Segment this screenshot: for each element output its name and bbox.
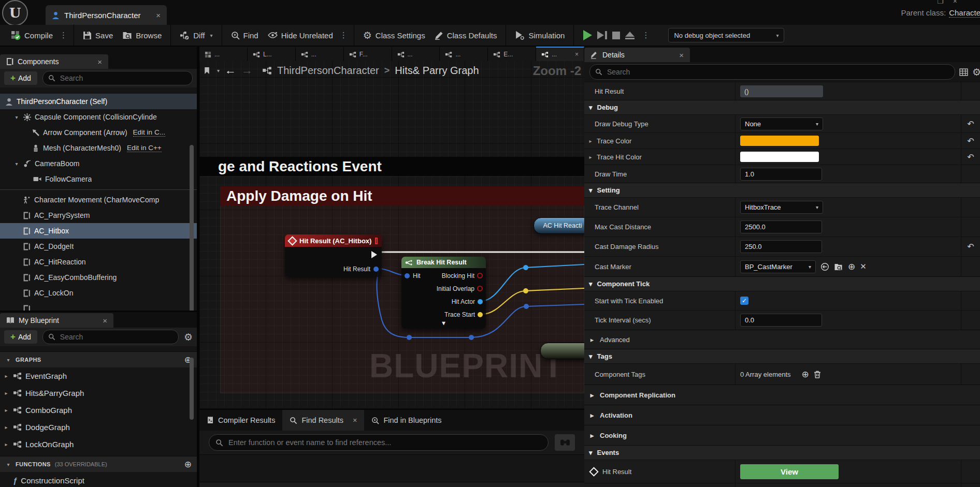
details-search-input[interactable] bbox=[606, 67, 949, 77]
class-defaults-button[interactable]: Class Defaults bbox=[430, 25, 502, 46]
compile-button[interactable]: Compile bbox=[6, 25, 57, 46]
eject-button[interactable] bbox=[625, 32, 635, 39]
delegate-pin[interactable] bbox=[375, 238, 378, 244]
tree-row-self[interactable]: ThirdPersonCharacter (Self) bbox=[0, 94, 197, 109]
add-component-button[interactable]: + Add bbox=[4, 71, 37, 85]
tab-details[interactable]: Details × bbox=[584, 48, 690, 62]
clear-icon[interactable]: ✕ bbox=[860, 262, 867, 271]
simulation-button[interactable]: Simulation bbox=[510, 25, 569, 46]
expander-icon[interactable]: ▸ bbox=[3, 407, 9, 413]
tab-find-in-blueprints[interactable]: Find in Blueprints bbox=[364, 410, 449, 431]
reset-icon[interactable]: ↶ bbox=[967, 119, 974, 129]
tree-row-charmovement[interactable]: Character Movement (CharMoveComp bbox=[0, 192, 197, 208]
expander-icon[interactable]: ▸ bbox=[3, 390, 9, 396]
settings-gear-icon[interactable]: ⚙ bbox=[184, 331, 193, 343]
max-cast-distance-field[interactable]: 2500.0 bbox=[740, 220, 822, 233]
graph-tab-5[interactable]: ... bbox=[440, 47, 488, 61]
add-tag-icon[interactable]: ⊕ bbox=[802, 369, 809, 380]
table-grid-icon[interactable] bbox=[959, 68, 968, 76]
expander-icon[interactable]: ▾ bbox=[13, 161, 20, 167]
expander-icon[interactable]: ▸ bbox=[3, 424, 9, 430]
compile-options-icon[interactable]: ⋮ bbox=[57, 31, 69, 40]
section-debug[interactable]: ▾ Debug bbox=[584, 100, 980, 114]
close-icon[interactable]: × bbox=[679, 51, 684, 60]
reset-icon[interactable]: ↶ bbox=[967, 152, 974, 162]
collapse-icon[interactable]: ▾ bbox=[5, 357, 11, 363]
parent-class-link[interactable]: Character bbox=[949, 8, 980, 18]
node-green-pill[interactable] bbox=[540, 343, 584, 359]
node-break-hit-result[interactable]: Break Hit Result Hit Blocking Hit Initia… bbox=[401, 257, 486, 329]
frame-skip-button[interactable] bbox=[597, 31, 607, 39]
trace-channel-dropdown[interactable]: HitboxTrace▾ bbox=[740, 201, 823, 214]
draw-debug-type-dropdown[interactable]: None▾ bbox=[740, 117, 823, 130]
graph-item-hitsparrygraph[interactable]: ▸ Hits&ParryGraph bbox=[0, 385, 197, 402]
my-blueprint-scrollbar[interactable] bbox=[190, 358, 194, 420]
add-function-icon[interactable]: ⊕ bbox=[184, 459, 192, 470]
node-ac-hit-reaction[interactable]: AC Hit Reacti bbox=[534, 217, 584, 234]
tab-components[interactable]: Components × bbox=[0, 54, 108, 69]
section-component-tick[interactable]: ▾ Component Tick bbox=[584, 276, 980, 291]
close-icon[interactable]: × bbox=[575, 51, 579, 58]
tree-row-followcamera[interactable]: FollowCamera bbox=[0, 171, 197, 187]
browse-button[interactable]: Browse bbox=[118, 25, 166, 46]
browse-asset-icon[interactable] bbox=[834, 263, 843, 271]
find-button[interactable]: Find bbox=[226, 25, 263, 46]
graph-tab-viewport[interactable]: ... bbox=[199, 47, 248, 61]
graph-tab-6[interactable]: E... bbox=[488, 47, 536, 61]
expander-icon[interactable]: ▸ bbox=[587, 154, 594, 160]
trace-start-output-pin[interactable] bbox=[478, 312, 483, 317]
stop-button[interactable] bbox=[612, 32, 620, 39]
section-cooking[interactable]: ▸ Cooking bbox=[584, 425, 980, 445]
components-search[interactable] bbox=[42, 71, 193, 85]
components-scrollbar[interactable] bbox=[190, 145, 194, 311]
graph-tab-active[interactable]: ... × bbox=[536, 47, 584, 61]
trash-icon[interactable] bbox=[814, 370, 821, 378]
add-element-icon[interactable]: ⊕ bbox=[848, 261, 855, 272]
find-references-search[interactable] bbox=[209, 434, 549, 451]
section-setting[interactable]: ▾ Setting bbox=[584, 183, 980, 197]
tree-row-mesh[interactable]: Mesh (CharacterMesh0) Edit in C++ bbox=[0, 140, 197, 156]
expand-pins-icon[interactable]: ▾ bbox=[401, 319, 486, 327]
hide-unrelated-options-icon[interactable]: ⋮ bbox=[338, 31, 350, 40]
class-settings-button[interactable]: ⚙ Class Settings bbox=[358, 25, 430, 46]
tick-interval-field[interactable]: 0.0 bbox=[740, 314, 822, 327]
view-event-button[interactable]: View bbox=[740, 464, 839, 479]
hide-unrelated-button[interactable]: Hide Unrelated bbox=[263, 25, 338, 46]
debug-object-dropdown[interactable]: No debug object selected ▾ bbox=[668, 28, 784, 42]
hit-result-output-pin[interactable] bbox=[373, 267, 379, 272]
tree-row-partial[interactable] bbox=[0, 301, 197, 311]
hit-result-value-field[interactable]: () bbox=[740, 85, 823, 97]
tree-row-arrow[interactable]: Arrow Component (Arrow) Edit in C... bbox=[0, 125, 197, 140]
functions-section-header[interactable]: ▾ FUNCTIONS (33 OVERRIDABLE) ⊕ bbox=[0, 456, 197, 472]
graph-tab-3[interactable]: F... bbox=[344, 47, 392, 61]
my-blueprint-search[interactable] bbox=[42, 330, 179, 344]
close-icon[interactable]: × bbox=[103, 316, 107, 325]
unreal-logo-icon[interactable]: U bbox=[2, 0, 28, 26]
graphs-section-header[interactable]: ▾ GRAPHS ⊕ bbox=[0, 351, 197, 367]
reset-icon[interactable]: ↶ bbox=[967, 242, 974, 252]
section-component-replication[interactable]: ▸ Component Replication bbox=[584, 385, 980, 405]
graph-tab-2[interactable]: ... bbox=[296, 47, 344, 61]
blueprint-canvas[interactable]: ge and Reactions Event Apply Damage on H… bbox=[199, 61, 584, 409]
tree-row-ac-easycombobuffering[interactable]: AC_EasyComboBuffering bbox=[0, 270, 197, 285]
tree-row-ac-parrysystem[interactable]: AC_ParrySystem bbox=[0, 208, 197, 223]
edit-in-cpp-link[interactable]: Edit in C++ bbox=[127, 144, 162, 152]
graph-item-dodgegraph[interactable]: ▸ DodgeGraph bbox=[0, 419, 197, 436]
close-icon[interactable]: × bbox=[97, 57, 102, 66]
tab-my-blueprint[interactable]: My Blueprint × bbox=[0, 313, 113, 328]
breadcrumb-current[interactable]: Hits& Parry Graph bbox=[395, 65, 479, 77]
blocking-hit-output-pin[interactable] bbox=[477, 273, 483, 278]
breadcrumb-root[interactable]: ThirdPersonCharacter bbox=[277, 65, 379, 77]
tree-row-ac-lockon[interactable]: AC_LockOn bbox=[0, 285, 197, 301]
tree-row-capsule[interactable]: ▾ Capsule Component (CollisionCylinde bbox=[0, 109, 197, 125]
hit-input-pin[interactable] bbox=[405, 273, 410, 278]
edit-in-cpp-link[interactable]: Edit in C... bbox=[133, 128, 165, 137]
tab-compiler-results[interactable]: Compiler Results bbox=[199, 410, 282, 431]
expander-icon[interactable]: ▸ bbox=[3, 373, 9, 379]
add-blueprint-item-button[interactable]: + Add bbox=[4, 330, 37, 344]
cast-damage-radius-field[interactable]: 250.0 bbox=[740, 240, 822, 253]
collapse-icon[interactable]: ▾ bbox=[5, 462, 11, 467]
use-selected-icon[interactable] bbox=[820, 262, 829, 271]
back-arrow-icon[interactable]: ← bbox=[225, 64, 236, 77]
tab-find-results[interactable]: Find Results × bbox=[282, 410, 364, 431]
